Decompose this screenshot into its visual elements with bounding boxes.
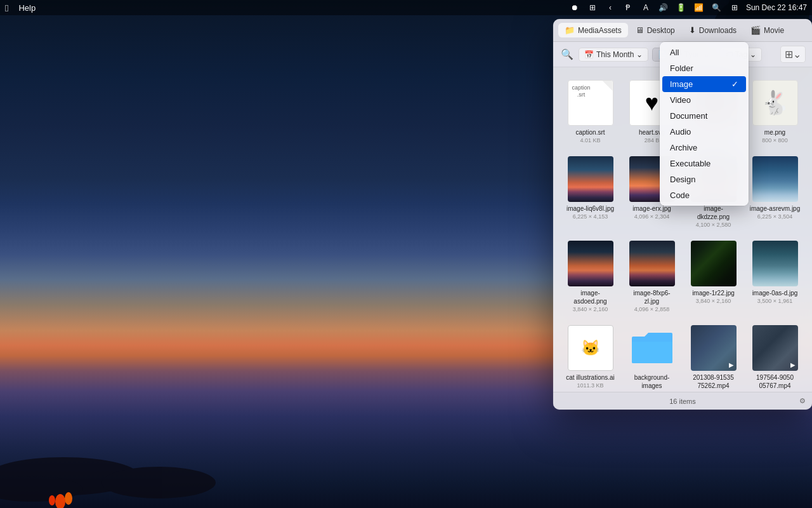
tab-icon-downloads: ⬇ — [689, 25, 696, 35]
file-meta-caption: 4.01 KB — [580, 137, 600, 144]
spotlight-icon[interactable]: 🔍 — [710, 1, 723, 14]
file-item-1r22[interactable]: image-1r22.jpg 3,840 × 2,160 — [684, 236, 743, 318]
checkmark-icon: ✓ — [731, 79, 738, 89]
settings-icon[interactable]: ⚙ — [799, 397, 806, 405]
tab-mediaassets[interactable]: 📁 MediaAssets — [558, 23, 628, 37]
chevron-down-icon-3: ⌄ — [750, 50, 756, 59]
file-name-8fxp6: image-8fxp6-zl.jpg — [627, 289, 678, 305]
search-button[interactable]: 🔍 — [560, 47, 575, 62]
file-item-caption[interactable]: caption.srt caption.srt 4.01 KB — [561, 75, 620, 149]
datetime: Sun Dec 22 16:47 — [746, 3, 807, 12]
this-month-filter[interactable]: 📅 This Month ⌄ — [579, 48, 648, 62]
file-meta-8fxp6: 4,096 × 2,858 — [634, 306, 669, 312]
file-name-bg-folder: background-images — [627, 373, 678, 390]
file-meta-heart: 284 B — [645, 137, 660, 144]
file-name-liq6v8l: image-liq6v8l.jpg — [566, 204, 614, 213]
wifi-icon[interactable]: 📶 — [693, 1, 705, 14]
file-thumbnail-0asd — [752, 241, 798, 286]
dropdown-item-folder[interactable]: Folder — [660, 60, 749, 76]
svg-point-5 — [102, 467, 216, 498]
file-name-cat: cat illustrations.ai — [566, 373, 615, 382]
dropdown-item-audio[interactable]: Audio — [660, 124, 749, 140]
file-name-1r22: image-1r22.jpg — [692, 289, 735, 297]
tab-downloads[interactable]: ⬇ Downloads — [683, 23, 743, 37]
file-thumbnail-caption: caption.srt — [568, 80, 613, 126]
file-name-caption: caption.srt — [575, 128, 605, 137]
file-thumbnail-asdoed — [568, 241, 613, 286]
dropdown-item-video[interactable]: Video — [660, 92, 749, 108]
dropdown-item-executable[interactable]: Executable — [660, 156, 749, 171]
dropdown-item-design[interactable]: Design — [660, 171, 749, 187]
tab-bar: 📁 MediaAssets 🖥 Desktop ⬇ Downloads 🎬 Mo… — [553, 19, 812, 42]
apple-menu[interactable]:  — [5, 3, 8, 13]
file-thumbnail-cat: 🐱 — [568, 325, 613, 371]
file-item-asdoed[interactable]: image-asdoed.png 3,840 × 2,160 — [561, 236, 620, 318]
view-toggle[interactable]: ⊞⌄ — [780, 46, 806, 63]
file-thumbnail-asrevm — [752, 156, 798, 202]
svg-point-4 — [0, 457, 140, 495]
dropdown-item-document[interactable]: Document — [660, 108, 749, 124]
items-count: 16 items — [669, 398, 696, 405]
app-name[interactable]: Help — [18, 3, 36, 13]
file-thumbnail-video1: ▶ — [691, 325, 737, 371]
file-name-me-png: me.png — [764, 128, 785, 137]
calendar-icon: 📅 — [584, 50, 594, 59]
battery-icon[interactable]: 🔋 — [675, 1, 688, 14]
back-icon[interactable]: ‹ — [604, 1, 617, 14]
file-meta-dkdzze: 4,100 × 2,580 — [696, 222, 731, 228]
file-meta-cat: 1011.3 KB — [577, 382, 603, 389]
window-icon[interactable]: ⊞ — [586, 1, 599, 14]
folder-svg-icon — [631, 330, 674, 366]
tab-icon-mediaassets: 📁 — [565, 25, 575, 35]
file-type-dropdown: All Folder Image ✓ Video Document Audio … — [660, 42, 749, 206]
file-meta-1r22: 3,840 × 2,160 — [696, 298, 731, 304]
file-thumbnail-1r22 — [691, 241, 737, 286]
file-thumbnail-bg-folder — [629, 325, 675, 371]
file-item-asrevm[interactable]: image-asrevm.jpg 6,225 × 3,504 — [745, 151, 804, 233]
menubar-right: ⏺ ⊞ ‹ Ᵽ A 🔊 🔋 📶 🔍 ⊞ Sun Dec 22 16:47 — [568, 1, 807, 14]
this-month-label: This Month — [596, 50, 634, 59]
tab-label-movie: Movie — [764, 26, 784, 35]
dropdown-item-code[interactable]: Code — [660, 187, 749, 203]
file-item-me-png[interactable]: 🐇 me.png 800 × 800 — [745, 75, 804, 149]
file-item-8fxp6[interactable]: image-8fxp6-zl.jpg 4,096 × 2,858 — [622, 236, 681, 318]
record-icon[interactable]: ⏺ — [568, 1, 581, 14]
file-name-asdoed: image-asdoed.png — [565, 289, 616, 305]
file-meta-asrevm: 6,225 × 3,504 — [757, 213, 792, 220]
file-name-video1: 201308-91535 75262.mp4 — [688, 373, 739, 390]
file-item-video1[interactable]: ▶ 201308-91535 75262.mp4 41.05 MB — [684, 320, 743, 392]
file-item-0asd[interactable]: image-0as-d.jpg 3,500 × 1,961 — [745, 236, 804, 318]
file-item-bg-folder[interactable]: background-images — [622, 320, 681, 392]
file-name-0asd: image-0as-d.jpg — [752, 289, 798, 297]
file-meta-0asd: 3,500 × 1,961 — [757, 298, 792, 304]
tab-desktop[interactable]: 🖥 Desktop — [629, 23, 681, 37]
tab-label-desktop: Desktop — [647, 26, 675, 35]
dropdown-item-all[interactable]: All — [660, 44, 749, 60]
menubar:  Help ⏺ ⊞ ‹ Ᵽ A 🔊 🔋 📶 🔍 ⊞ Sun Dec 22 16… — [0, 0, 812, 15]
dropdown-item-archive[interactable]: Archive — [660, 140, 749, 156]
file-item-liq6v8l[interactable]: image-liq6v8l.jpg 6,225 × 4,153 — [561, 151, 620, 233]
file-meta-liq6v8l: 6,225 × 4,153 — [573, 213, 608, 220]
tab-movie[interactable]: 🎬 Movie — [744, 23, 790, 37]
tab-label-mediaassets: MediaAssets — [578, 26, 622, 35]
chevron-down-icon: ⌄ — [636, 50, 643, 59]
svg-point-9 — [49, 495, 55, 505]
file-name-asrevm: image-asrevm.jpg — [750, 204, 800, 213]
keyboard-icon[interactable]: A — [639, 1, 652, 14]
svg-point-8 — [65, 492, 72, 505]
svg-point-6 — [0, 476, 82, 502]
menubar-left:  Help — [5, 3, 36, 13]
control-center-icon[interactable]: ⊞ — [728, 1, 741, 14]
file-thumbnail-liq6v8l — [568, 156, 613, 202]
bluetooth-icon[interactable]: Ᵽ — [622, 1, 634, 14]
tab-label-downloads: Downloads — [699, 26, 737, 35]
file-thumbnail-8fxp6 — [629, 241, 675, 286]
file-meta-me-png: 800 × 800 — [762, 137, 787, 144]
file-item-cat[interactable]: 🐱 cat illustrations.ai 1011.3 KB — [561, 320, 620, 392]
volume-icon[interactable]: 🔊 — [657, 1, 670, 14]
file-item-video2[interactable]: ▶ 197564-9050 05767.mp4 17.00 MB — [745, 320, 804, 392]
dropdown-item-image[interactable]: Image ✓ — [662, 76, 746, 92]
file-meta-asdoed: 3,840 × 2,160 — [573, 306, 608, 312]
tab-icon-movie: 🎬 — [750, 25, 761, 35]
file-name-dkdzze: image-dkdzze.png — [688, 204, 739, 221]
